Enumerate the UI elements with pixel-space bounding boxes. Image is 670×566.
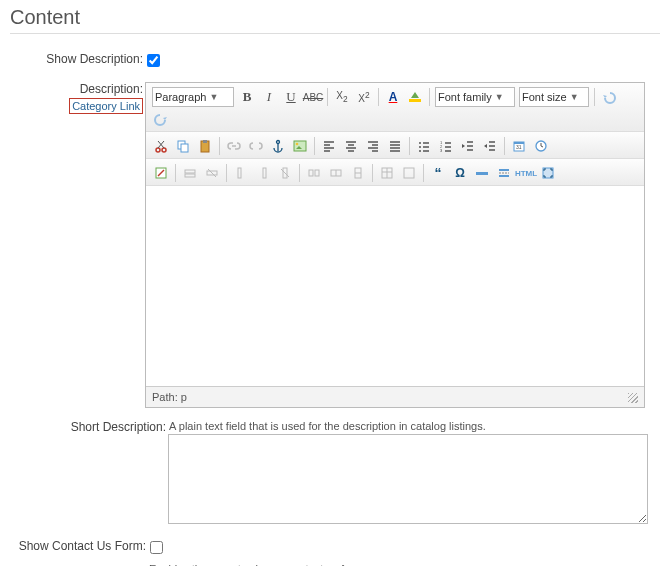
redo-button[interactable]	[151, 109, 171, 129]
superscript-button[interactable]: X2	[354, 87, 374, 107]
svg-rect-54	[185, 170, 195, 173]
svg-rect-55	[185, 174, 195, 177]
panel-title: Content	[10, 6, 660, 29]
svg-rect-63	[315, 170, 319, 176]
insert-col-after-button[interactable]	[253, 163, 273, 183]
merge-cells-button[interactable]	[304, 163, 324, 183]
font-family-value: Font family	[438, 91, 492, 103]
svg-rect-71	[404, 168, 414, 178]
split-cells-button[interactable]	[326, 163, 346, 183]
editor-toolbar-row3: “ Ω HTML	[146, 159, 644, 186]
table-button[interactable]	[377, 163, 397, 183]
insert-col-before-button[interactable]	[231, 163, 251, 183]
svg-rect-59	[263, 168, 266, 178]
copy-button[interactable]	[173, 136, 193, 156]
insert-date-button[interactable]: 31	[509, 136, 529, 156]
bullet-list-button[interactable]	[414, 136, 434, 156]
insert-row-button[interactable]	[180, 163, 200, 183]
show-description-label: Show Description:	[46, 52, 143, 66]
bg-color-button[interactable]	[405, 87, 425, 107]
block-format-select[interactable]: Paragraph▼	[152, 87, 234, 107]
svg-point-1	[156, 148, 160, 152]
svg-point-30	[419, 146, 421, 148]
outdent-button[interactable]	[458, 136, 478, 156]
subscript-button[interactable]: X2	[332, 87, 352, 107]
italic-button[interactable]: I	[259, 87, 279, 107]
editor-toolbar-row1: Paragraph▼ B I U ABC X2 X2 A	[146, 83, 644, 132]
svg-point-2	[162, 148, 166, 152]
font-size-value: Font size	[522, 91, 567, 103]
svg-rect-0	[409, 99, 421, 102]
anchor-button[interactable]	[268, 136, 288, 156]
hr-button[interactable]	[472, 163, 492, 183]
svg-line-57	[208, 169, 216, 177]
cut-button[interactable]	[151, 136, 171, 156]
delete-col-button[interactable]	[275, 163, 295, 183]
svg-text:31: 31	[516, 144, 522, 150]
font-family-select[interactable]: Font family▼	[435, 87, 515, 107]
bold-button[interactable]: B	[237, 87, 257, 107]
show-description-checkbox[interactable]	[147, 54, 160, 67]
category-link[interactable]: Category Link	[69, 98, 143, 114]
unlink-button[interactable]	[246, 136, 266, 156]
edit-layer-button[interactable]	[151, 163, 171, 183]
panel-divider	[10, 33, 660, 34]
svg-rect-11	[294, 141, 306, 151]
svg-rect-72	[476, 172, 488, 175]
undo-button[interactable]	[599, 87, 619, 107]
align-justify-button[interactable]	[385, 136, 405, 156]
left-quote-button[interactable]: “	[428, 163, 448, 183]
text-color-button[interactable]: A	[383, 87, 403, 107]
description-label: Description:	[80, 82, 143, 96]
svg-point-29	[419, 142, 421, 144]
split-vertical-button[interactable]	[348, 163, 368, 183]
svg-point-9	[277, 141, 280, 144]
editor-content-area[interactable]	[146, 186, 644, 386]
strikethrough-button[interactable]: ABC	[303, 87, 323, 107]
short-description-help: A plain text field that is used for the …	[169, 420, 648, 432]
omega-button[interactable]: Ω	[450, 163, 470, 183]
block-format-value: Paragraph	[155, 91, 206, 103]
align-right-button[interactable]	[363, 136, 383, 156]
image-button[interactable]	[290, 136, 310, 156]
short-description-label: Short Description:	[71, 420, 166, 434]
numbered-list-button[interactable]: 123	[436, 136, 456, 156]
align-left-button[interactable]	[319, 136, 339, 156]
table-props-button[interactable]	[399, 163, 419, 183]
editor-toolbar-row2: 123 31	[146, 132, 644, 159]
align-center-button[interactable]	[341, 136, 361, 156]
font-size-select[interactable]: Font size▼	[519, 87, 589, 107]
delete-row-button[interactable]	[202, 163, 222, 183]
pagebreak-button[interactable]	[494, 163, 514, 183]
link-button[interactable]	[224, 136, 244, 156]
svg-point-31	[419, 150, 421, 152]
svg-point-12	[296, 143, 299, 146]
short-description-textarea[interactable]	[168, 434, 648, 524]
editor-resize-handle[interactable]	[628, 393, 638, 403]
show-contact-label: Show Contact Us Form:	[19, 539, 146, 553]
underline-button[interactable]: U	[281, 87, 301, 107]
rich-text-editor: Paragraph▼ B I U ABC X2 X2 A	[145, 82, 645, 408]
html-source-button[interactable]: HTML	[516, 163, 536, 183]
editor-path: Path: p	[152, 391, 187, 403]
svg-line-61	[281, 169, 289, 177]
paste-button[interactable]	[195, 136, 215, 156]
svg-rect-62	[309, 170, 313, 176]
insert-time-button[interactable]	[531, 136, 551, 156]
fullscreen-button[interactable]	[538, 163, 558, 183]
show-contact-checkbox[interactable]	[150, 541, 163, 554]
indent-button[interactable]	[480, 136, 500, 156]
svg-rect-6	[181, 144, 188, 152]
svg-rect-58	[238, 168, 241, 178]
svg-text:3: 3	[440, 148, 443, 153]
svg-rect-8	[203, 140, 207, 143]
